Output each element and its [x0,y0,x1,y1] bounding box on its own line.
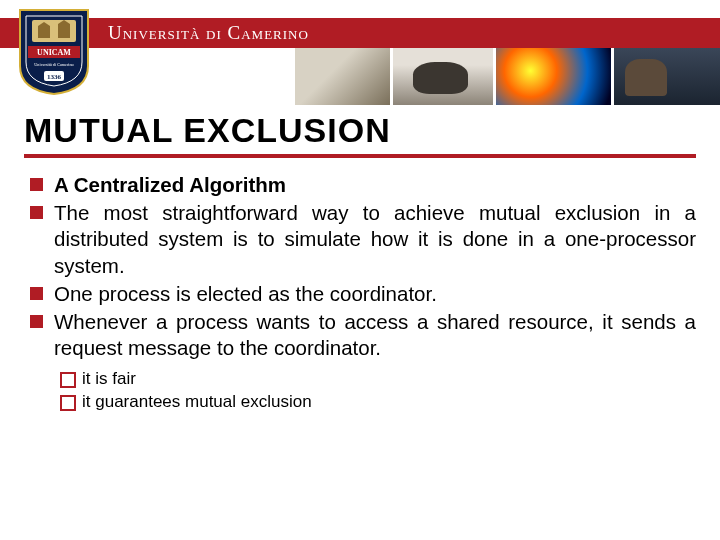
sub-bullet-list: it is fair it guarantees mutual exclusio… [60,368,696,414]
shield-year: 1336 [47,73,62,81]
shield-unicam-text: UNICAM [37,48,71,57]
slide-content: MUTUAL EXCLUSION A Centralized Algorithm… [0,105,720,414]
university-shield-logo: UNICAM Università di Camerino 1336 [18,8,90,96]
title-underline [24,154,696,158]
header-photo-1 [295,48,390,105]
header-photo-3 [496,48,611,105]
bullet-item: The most straightforward way to achieve … [24,200,696,279]
header-photo-strip [295,48,720,105]
header-red-bar: Università di Camerino [0,18,720,48]
bullet-item: One process is elected as the coordinato… [24,281,696,307]
header-photo-2 [393,48,493,105]
bullet-list: A Centralized Algorithm The most straigh… [24,172,696,362]
bullet-item: Whenever a process wants to access a sha… [24,309,696,361]
header-photo-4 [614,48,720,105]
slide-header: Università di Camerino UNICAM Università… [0,0,720,105]
sub-bullet-item: it guarantees mutual exclusion [60,391,696,414]
sub-bullet-item: it is fair [60,368,696,391]
slide-title: MUTUAL EXCLUSION [24,111,696,150]
shield-subtitle: Università di Camerino [34,62,73,67]
bullet-item: A Centralized Algorithm [24,172,696,198]
university-name: Università di Camerino [108,22,309,44]
